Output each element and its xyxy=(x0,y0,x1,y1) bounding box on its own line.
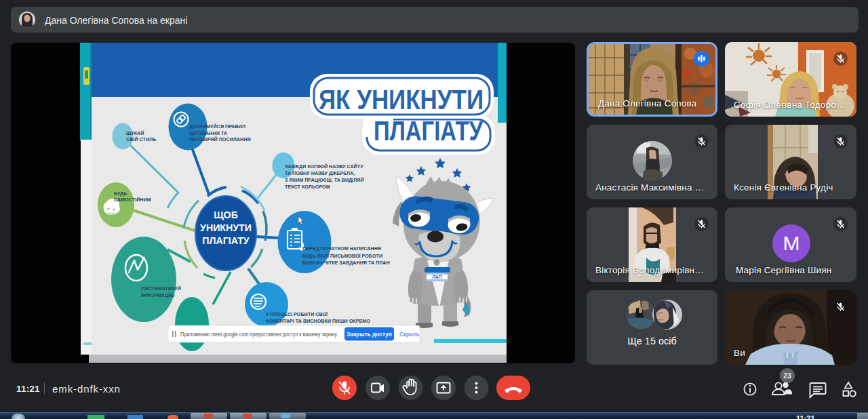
svg-text:БУДЬ: БУДЬ xyxy=(114,191,127,197)
svg-text:САМОСТІЙНИМ: САМОСТІЙНИМ xyxy=(114,197,151,203)
svg-text:СВІЙ СТИЛЬ: СВІЙ СТИЛЬ xyxy=(126,136,156,142)
svg-text:ЗАВЖДИ КОПІЮЙ НАЗВУ САЙТУ: ЗАВЖДИ КОПІЮЙ НАЗВУ САЙТУ xyxy=(285,163,363,169)
svg-text:СИСТЕМАТИЗУЙ: СИСТЕМАТИЗУЙ xyxy=(141,285,181,292)
svg-text:ПЛАГІАТУ: ПЛАГІАТУ xyxy=(202,235,250,246)
svg-text:ШУКАЙ: ШУКАЙ xyxy=(126,130,144,136)
svg-text:ТЕКСТ КОЛЬОРОМ: ТЕКСТ КОЛЬОРОМ xyxy=(285,184,330,190)
svg-text:ПЕРЕВІРЯЙ ПОСИЛАННЯ: ПЕРЕВІРЯЙ ПОСИЛАННЯ xyxy=(189,136,251,142)
svg-text:Приложению meet.google.com пре: Приложению meet.google.com предоставлен … xyxy=(180,332,338,338)
svg-text:ЩОБ: ЩОБ xyxy=(214,210,238,220)
svg-text:Закрыть доступ: Закрыть доступ xyxy=(347,331,392,338)
svg-text:ВИЗНАЧ ЧІТКЕ ЗАВДАННЯ ТА ПЛАН: ВИЗНАЧ ЧІТКЕ ЗАВДАННЯ ТА ПЛАН xyxy=(302,260,390,266)
svg-text:Скрыть: Скрыть xyxy=(399,331,420,338)
svg-text:23: 23 xyxy=(783,372,791,380)
svg-text:ПЛАГІАТУ: ПЛАГІАТУ xyxy=(374,116,484,146)
svg-text:ЦИТУВАННЯ ТА: ЦИТУВАННЯ ТА xyxy=(189,130,227,136)
svg-text:КОМЕНТАРІ ТА ВИСНОВКИ ПИШИ ОКР: КОМЕНТАРІ ТА ВИСНОВКИ ПИШИ ОКРЕМО xyxy=(266,318,370,324)
svg-text:ІНФОРМАЦІЮ: ІНФОРМАЦІЮ xyxy=(141,292,175,298)
svg-text:ЯК УНИКНУТИ: ЯК УНИКНУТИ xyxy=(319,85,484,115)
svg-text:У ПРОЦЕСІ РОБИТИ СВОЇ: У ПРОЦЕСІ РОБИТИ СВОЇ xyxy=(266,311,328,317)
svg-text:УНИКНУТИ: УНИКНУТИ xyxy=(200,222,252,233)
svg-text:З ЯКИМ ПРАЦЮЄШ, ТА ВИДІЛЯЙ: З ЯКИМ ПРАЦЮЄШ, ТА ВИДІЛЯЙ xyxy=(285,177,364,183)
svg-text:ЛАГІ: ЛАГІ xyxy=(432,275,442,279)
svg-text:ДОТРИМУЙСЯ ПРАВИЛ: ДОТРИМУЙСЯ ПРАВИЛ xyxy=(189,123,245,129)
svg-text:БУДЬ-ЯКОЇ ПИСЬМОВОЇ РОБОТИ: БУДЬ-ЯКОЇ ПИСЬМОВОЇ РОБОТИ xyxy=(302,253,382,259)
svg-text:ТА ПОВНУ НАЗВУ ДЖЕРЕЛА,: ТА ПОВНУ НАЗВУ ДЖЕРЕЛА, xyxy=(285,170,355,176)
svg-text:ПЕРЕД ПОЧАТКОМ НАПИСАННЯ: ПЕРЕД ПОЧАТКОМ НАПИСАННЯ xyxy=(302,245,381,252)
